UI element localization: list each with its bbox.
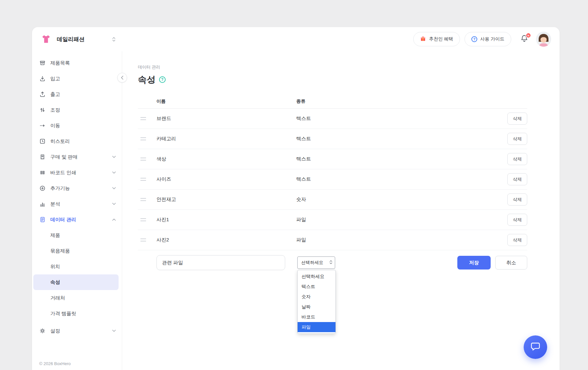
bar-chart-icon (39, 201, 46, 207)
sidebar-item-label: 이동 (50, 123, 60, 129)
delete-button[interactable]: 삭제 (507, 153, 527, 165)
drag-handle-icon[interactable] (140, 137, 146, 140)
delete-button[interactable]: 삭제 (507, 234, 527, 246)
referral-benefit-button[interactable]: 추천인 혜택 (413, 32, 460, 46)
sidebar-item-label: 추가기능 (50, 185, 70, 192)
table-row: 색상 텍스트 삭제 (138, 149, 527, 169)
help-icon[interactable]: ? (159, 76, 166, 83)
attribute-type: 텍스트 (296, 116, 507, 122)
sidebar-item-purchase-sales[interactable]: 구매 및 판매 (32, 149, 122, 165)
sidebar-item-label: 설정 (50, 328, 60, 334)
sidebar-item-barcode-print[interactable]: 바코드 인쇄 (32, 165, 122, 180)
sidebar-item-move[interactable]: 이동 (32, 118, 122, 133)
workspace-name: 데일리패션 (57, 36, 85, 43)
sidebar-item-stock-in[interactable]: 입고 (32, 71, 122, 86)
history-icon (39, 138, 46, 145)
table-row: 카테고리 텍스트 삭제 (138, 129, 527, 149)
sidebar-item-label: 조정 (50, 107, 60, 113)
new-attribute-row: 선택하세요 저장 취소 선택하세요 텍스트 숫자 날짜 바코드 파일 (138, 255, 527, 270)
attribute-type: 텍스트 (296, 176, 507, 182)
question-icon: ? (471, 36, 477, 42)
subitem-label: 거래처 (50, 295, 65, 301)
attribute-type: 파일 (296, 217, 507, 223)
stock-out-icon (39, 91, 46, 98)
notification-badge: N (526, 33, 531, 38)
type-select-value: 선택하세요 (301, 260, 323, 266)
attribute-name: 카테고리 (156, 136, 296, 142)
notification-bell-button[interactable]: N (520, 35, 529, 44)
sidebar-item-settings[interactable]: 설정 (32, 323, 122, 339)
main-content: 데이터 관리 속성 ? 이름 종류 브랜드 텍스트 삭제 (122, 51, 560, 370)
delete-button[interactable]: 삭제 (507, 214, 527, 226)
dropdown-option[interactable]: 텍스트 (298, 282, 335, 292)
subitem-label: 속성 (50, 279, 60, 285)
new-attribute-name-input[interactable] (156, 255, 285, 270)
sidebar-item-label: 데이터 관리 (50, 217, 76, 223)
attribute-type: 파일 (296, 237, 507, 243)
adjust-arrows-icon (39, 107, 46, 113)
drag-handle-icon[interactable] (140, 198, 146, 201)
chat-bubble-icon (530, 341, 541, 353)
select-arrows-icon (329, 260, 333, 265)
cancel-button[interactable]: 취소 (495, 256, 527, 270)
sidebar-item-analytics[interactable]: 분석 (32, 196, 122, 212)
app-window: 데일리패션 추천인 혜택 ? 사용 가이드 N (32, 27, 560, 370)
column-header-type: 종류 (296, 99, 527, 104)
workspace-caret-icon (112, 37, 116, 42)
sidebar-subitem-product[interactable]: 제품 (32, 227, 122, 243)
user-avatar[interactable] (536, 32, 551, 47)
workspace-switcher[interactable]: 데일리패션 (40, 33, 116, 45)
sidebar-item-history[interactable]: 히스토리 (32, 133, 122, 149)
attribute-type: 숫자 (296, 196, 507, 203)
sidebar-item-extra-features[interactable]: 추가기능 (32, 180, 122, 196)
delete-button[interactable]: 삭제 (507, 113, 527, 125)
table-row: 사이즈 텍스트 삭제 (138, 169, 527, 190)
chat-launcher-button[interactable] (524, 335, 547, 359)
chevron-up-icon (112, 218, 116, 221)
user-guide-button[interactable]: ? 사용 가이드 (465, 32, 511, 46)
sidebar-collapse-button[interactable] (117, 73, 127, 83)
sidebar-item-data-management[interactable]: 데이터 관리 (32, 212, 122, 227)
sidebar-item-label: 제품목록 (50, 60, 70, 66)
gift-icon (420, 36, 426, 43)
table-row: 안전재고 숫자 삭제 (138, 190, 527, 210)
dropdown-option[interactable]: 바코드 (298, 312, 335, 322)
attribute-type-select[interactable]: 선택하세요 (297, 256, 335, 269)
column-header-name: 이름 (156, 99, 296, 104)
sidebar-subitem-partners[interactable]: 거래처 (32, 290, 122, 306)
delete-button[interactable]: 삭제 (507, 133, 527, 145)
sidebar-item-adjust[interactable]: 조정 (32, 102, 122, 118)
attribute-type: 텍스트 (296, 136, 507, 142)
drag-handle-icon[interactable] (140, 218, 146, 221)
drag-handle-icon[interactable] (140, 117, 146, 120)
sidebar-subitem-price-template[interactable]: 가격 템플릿 (32, 306, 122, 321)
delete-button[interactable]: 삭제 (507, 173, 527, 185)
subitem-label: 제품 (50, 232, 60, 239)
drag-handle-icon[interactable] (140, 178, 146, 181)
user-guide-label: 사용 가이드 (480, 36, 504, 42)
copyright-text: © 2026 BoxHero (39, 361, 71, 366)
dropdown-option[interactable]: 선택하세요 (298, 271, 335, 282)
attribute-name: 안전재고 (156, 196, 296, 203)
attribute-name: 사이즈 (156, 176, 296, 182)
sidebar-item-products[interactable]: 제품목록 (32, 55, 122, 71)
data-doc-icon (39, 216, 46, 223)
delete-button[interactable]: 삭제 (507, 193, 527, 206)
dropdown-option-selected[interactable]: 파일 (298, 322, 335, 332)
chevron-down-icon (112, 203, 116, 205)
sidebar-subitem-attributes[interactable]: 속성 (33, 274, 119, 290)
dropdown-option[interactable]: 날짜 (298, 302, 335, 312)
dropdown-option[interactable]: 숫자 (298, 292, 335, 302)
drag-handle-icon[interactable] (140, 239, 146, 241)
sidebar-item-stock-out[interactable]: 출고 (32, 86, 122, 102)
sidebar: 제품목록 입고 출고 조정 이동 (32, 51, 122, 370)
sidebar-subitem-location[interactable]: 위치 (32, 259, 122, 274)
subitem-label: 묶음제품 (50, 248, 70, 254)
save-button[interactable]: 저장 (457, 256, 491, 270)
subitem-label: 위치 (50, 264, 60, 270)
subitem-label: 가격 템플릿 (50, 311, 76, 317)
purchase-sales-icon (39, 154, 46, 160)
gear-icon (39, 328, 46, 334)
sidebar-subitem-bundle[interactable]: 묶음제품 (32, 243, 122, 259)
drag-handle-icon[interactable] (140, 158, 146, 161)
